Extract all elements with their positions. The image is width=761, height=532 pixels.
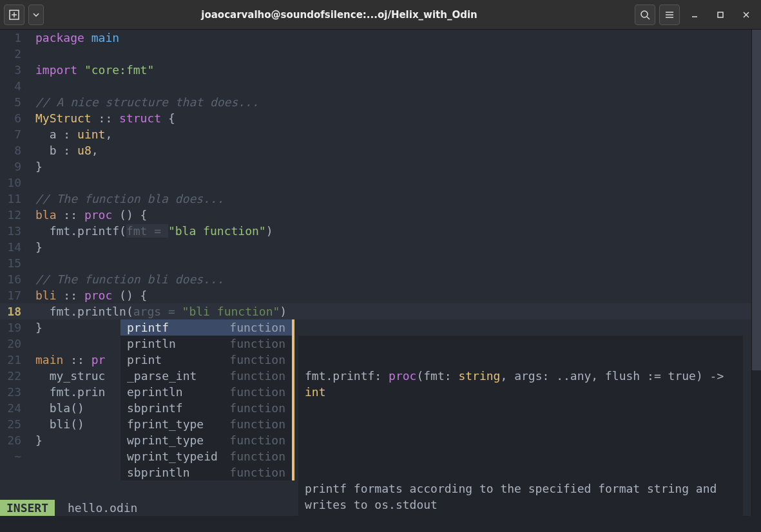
code-text[interactable]: import "core:fmt" — [35, 62, 751, 78]
code-text[interactable]: bla :: proc () { — [35, 207, 751, 223]
signature-help-popup: fmt.printf: proc(fmt: string, args: ..an… — [298, 336, 743, 532]
completion-kind: function — [229, 464, 285, 480]
completion-item[interactable]: wprint_typefunction — [120, 432, 292, 448]
line-number: 8 — [0, 142, 35, 158]
code-line[interactable]: 15 — [0, 255, 751, 271]
completion-kind: function — [229, 416, 285, 432]
code-line[interactable]: 3import "core:fmt" — [0, 62, 751, 78]
completion-item[interactable]: wprint_typeidfunction — [120, 448, 292, 464]
completion-kind: function — [229, 368, 285, 384]
code-line[interactable]: 14} — [0, 239, 751, 255]
completion-item[interactable]: eprintlnfunction — [120, 384, 292, 400]
code-text[interactable]: } — [35, 239, 751, 255]
line-number: 16 — [0, 271, 35, 287]
window-title: joaocarvalho@soundofsilence:...oj/Helix_… — [44, 9, 635, 21]
line-number: 12 — [0, 207, 35, 223]
completion-item[interactable]: sbprintlnfunction — [120, 464, 292, 480]
completion-kind: function — [229, 336, 285, 352]
completion-kind: function — [229, 448, 285, 464]
line-number: 5 — [0, 94, 35, 110]
code-line[interactable]: 17bli :: proc () { — [0, 287, 751, 303]
line-number: 22 — [0, 368, 35, 384]
code-line[interactable]: 8 b : u8, — [0, 142, 751, 158]
code-line[interactable]: 1package main — [0, 30, 751, 46]
line-number: 20 — [0, 336, 35, 352]
svg-rect-9 — [718, 12, 723, 17]
completion-name: println — [127, 336, 176, 352]
code-text[interactable]: fmt.printf(fmt = "bla function") — [35, 223, 751, 239]
minimize-button[interactable] — [684, 4, 706, 26]
code-line[interactable]: 18 fmt.println(args = "bli function") — [0, 303, 751, 319]
code-line[interactable]: 6MyStruct :: struct { — [0, 110, 751, 126]
completion-item[interactable]: printffunction — [120, 319, 292, 336]
code-text[interactable] — [35, 46, 751, 62]
line-number: 7 — [0, 126, 35, 142]
svg-point-3 — [641, 11, 648, 17]
completion-name: fprint_type — [127, 416, 204, 432]
code-text[interactable]: fmt.println(args = "bli function") — [35, 303, 751, 319]
code-text[interactable]: b : u8, — [35, 142, 751, 158]
close-button[interactable] — [735, 4, 757, 26]
completion-item[interactable]: fprint_typefunction — [120, 416, 292, 432]
line-number: 19 — [0, 319, 35, 336]
vertical-scrollbar[interactable] — [751, 30, 761, 516]
code-line[interactable]: 19} — [0, 319, 751, 336]
completion-item[interactable]: sbprintffunction — [120, 400, 292, 416]
completion-item[interactable]: printfunction — [120, 352, 292, 368]
scroll-thumb[interactable] — [752, 30, 761, 370]
search-button[interactable] — [635, 5, 655, 25]
doc-blank-line — [305, 432, 737, 448]
code-text[interactable]: } — [35, 158, 751, 175]
code-text[interactable]: a : uint, — [35, 126, 751, 142]
code-text[interactable]: package main — [35, 30, 751, 46]
code-text[interactable]: bli :: proc () { — [35, 287, 751, 303]
line-number: 3 — [0, 62, 35, 78]
code-text[interactable]: MyStruct :: struct { — [35, 110, 751, 126]
completion-item[interactable]: printlnfunction — [120, 336, 292, 352]
code-line[interactable]: 9} — [0, 158, 751, 175]
maximize-button[interactable] — [709, 4, 731, 26]
code-line[interactable]: 10 — [0, 175, 751, 191]
code-text[interactable]: // A nice structure that does... — [35, 94, 751, 110]
line-number: 25 — [0, 416, 35, 432]
line-number: 11 — [0, 191, 35, 207]
code-line[interactable]: 4 — [0, 78, 751, 94]
code-text[interactable]: // The function bla does... — [35, 191, 751, 207]
completion-kind: function — [229, 319, 285, 336]
code-line[interactable]: 7 a : uint, — [0, 126, 751, 142]
completion-item[interactable]: _parse_intfunction — [120, 368, 292, 384]
titlebar-left — [4, 5, 44, 25]
doc-body: printf formats according to the specifie… — [305, 480, 737, 513]
line-number: 15 — [0, 255, 35, 271]
line-number: 6 — [0, 110, 35, 126]
completion-popup[interactable]: printffunctionprintlnfunctionprintfuncti… — [120, 319, 294, 480]
code-text[interactable] — [35, 175, 751, 191]
code-text[interactable] — [35, 78, 751, 94]
code-line[interactable]: 16// The function bli does... — [0, 271, 751, 287]
code-text[interactable] — [35, 255, 751, 271]
code-line[interactable]: 11// The function bla does... — [0, 191, 751, 207]
code-line[interactable]: 5// A nice structure that does... — [0, 94, 751, 110]
line-number: 23 — [0, 384, 35, 400]
code-line[interactable]: 12bla :: proc () { — [0, 207, 751, 223]
completion-kind: function — [229, 384, 285, 400]
menu-button[interactable] — [659, 5, 680, 25]
completion-name: eprintln — [127, 384, 183, 400]
code-line[interactable]: 2 — [0, 46, 751, 62]
completion-kind: function — [229, 400, 285, 416]
completion-name: wprint_type — [127, 432, 204, 448]
line-number: 9 — [0, 158, 35, 175]
completion-name: _parse_int — [127, 368, 197, 384]
code-text[interactable]: // The function bli does... — [35, 271, 751, 287]
line-number: 1 — [0, 30, 35, 46]
titlebar: joaocarvalho@soundofsilence:...oj/Helix_… — [0, 0, 761, 30]
line-number: 13 — [0, 223, 35, 239]
line-number: 14 — [0, 239, 35, 255]
code-line[interactable]: 13 fmt.printf(fmt = "bla function") — [0, 223, 751, 239]
new-tab-button[interactable] — [4, 5, 24, 25]
completion-name: sbprintln — [127, 464, 190, 480]
dropdown-button[interactable] — [28, 5, 44, 25]
line-number: 17 — [0, 287, 35, 303]
completion-kind: function — [229, 352, 285, 368]
svg-line-4 — [647, 17, 650, 19]
